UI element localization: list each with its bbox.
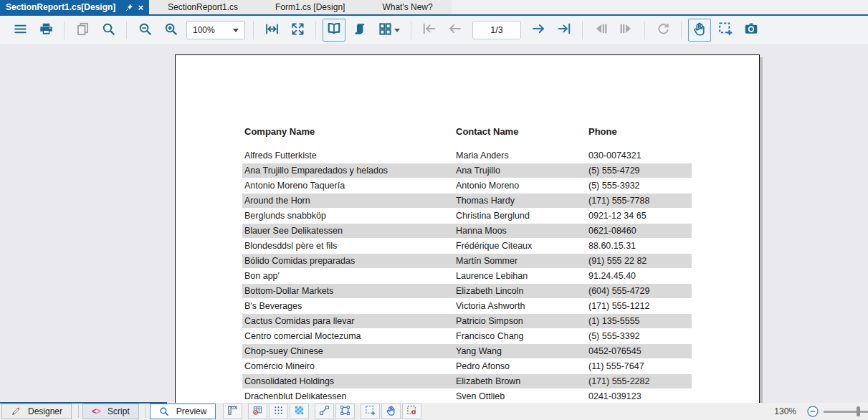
first-page-button[interactable] [418,19,441,42]
toolbar-separator [644,22,645,39]
next-page-icon [531,22,545,39]
next-page-button[interactable] [527,19,550,42]
last-page-icon [557,22,571,39]
pan-button[interactable] [688,19,711,42]
table-cell: (1) 135-5555 [588,314,640,329]
table-cell: Comércio Mineiro [244,359,315,374]
table-cell: Christina Berglund [456,209,530,224]
tab-sectionreport1-cs[interactable]: SectionReport1.cs [149,0,257,14]
ruler-toggle-button[interactable] [223,404,242,419]
zoom-select[interactable]: 100% [186,21,245,39]
tab-label: SectionReport1.cs [168,2,238,12]
menu-button[interactable] [9,19,32,42]
grid-button[interactable] [290,404,309,419]
tab-whats-new[interactable]: What's New? [363,0,451,14]
prev-page-button[interactable] [444,19,467,42]
tab-designer[interactable]: Designer [1,404,72,419]
zoom-out-button[interactable] [133,19,156,42]
table-cell: Alfreds Futterkiste [244,148,317,163]
table-row: Blauer See DelikatessenHanna Moos0621-08… [176,224,759,239]
history-forward-icon [619,22,634,39]
table-cell: Elizabeth Lincoln [456,284,524,299]
report-rows: Alfreds FutterkisteMaria Anders030-00743… [176,148,759,403]
table-row: Bólido Comidas preparadasMartín Sommer(9… [176,254,759,269]
pan-small-icon [386,405,396,419]
designer-icon [11,406,21,416]
zoom-out-circle-icon[interactable] [806,405,819,418]
report-page: Company Name Contact Name Phone Alfreds … [175,54,760,403]
fit-width-button[interactable] [260,19,283,42]
table-cell: (5) 555-3392 [588,329,640,344]
table-cell: B's Beverages [244,299,302,314]
fit-page-icon [291,22,305,39]
selection-settings-icon [406,405,417,419]
last-page-button[interactable] [553,19,576,42]
snapshot-icon [744,22,758,39]
toolbar-separator [315,22,316,39]
snapshot-button[interactable] [740,19,763,42]
tab-preview[interactable]: Preview [150,404,216,419]
hide-table-button[interactable] [248,404,267,419]
zoom-slider-track[interactable] [824,411,868,413]
selection-button[interactable] [361,404,380,419]
multi-page-view-icon [378,22,392,39]
zoom-slider[interactable] [824,403,868,420]
column-header-contact: Contact Name [456,124,518,139]
snap-line-icon [319,405,330,419]
dot-grid-icon [273,405,284,419]
table-cell: Thomas Hardy [456,194,515,209]
table-row: Ana Trujillo Emparedados y heladosAna Tr… [176,163,759,178]
history-back-button[interactable] [589,19,612,42]
table-cell: 88.60.15.31 [588,239,636,254]
close-icon[interactable]: × [138,2,143,13]
column-header-phone: Phone [588,124,617,139]
print-button[interactable] [34,19,57,42]
report-header-row: Company Name Contact Name Phone [176,124,759,140]
copy-icon [76,22,90,39]
bounds-button[interactable] [335,404,355,419]
zoom-in-button[interactable] [159,19,182,42]
dot-grid-button[interactable] [269,404,288,419]
table-cell: 0241-039123 [588,389,642,403]
toolbar-separator [64,22,65,39]
tab-form1-design[interactable]: Form1.cs [Design] [257,0,363,14]
ruler-icon [227,405,238,419]
table-cell: Blauer See Delikatessen [244,224,343,239]
tab-sectionreport1-design[interactable]: SectionReport1.cs[Design] × [0,0,149,14]
table-cell: 0621-08460 [588,224,636,239]
multi-page-view-button[interactable] [374,19,404,42]
report-preview-area[interactable]: Company Name Contact Name Phone Alfreds … [0,45,868,403]
table-cell: Patricio Simpson [456,314,523,329]
table-cell: (5) 555-3932 [588,178,640,194]
selection-settings-button[interactable] [402,404,421,419]
pin-icon[interactable] [125,4,133,11]
table-cell: 0452-076545 [588,344,642,359]
refresh-button[interactable] [652,19,674,42]
table-cell: 0921-12 34 65 [588,209,647,224]
history-forward-button[interactable] [615,19,638,42]
dropdown-caret-icon [394,29,400,32]
zoom-slider-handle[interactable] [857,406,860,416]
continuous-view-button[interactable] [348,19,371,42]
table-cell: Blondesddsl père et fils [244,239,337,254]
table-cell: Drachenblut Delikatessen [244,389,346,403]
page-indicator-input[interactable] [472,21,521,39]
table-row: Blondesddsl père et filsFrédérique Citea… [176,239,759,254]
table-cell: (171) 555-7788 [588,194,649,209]
table-cell: (604) 555-4729 [588,284,649,299]
marquee-zoom-button[interactable] [714,19,737,42]
copy-button[interactable] [71,19,94,42]
grid-icon [294,405,305,419]
find-button[interactable] [97,19,120,42]
fit-page-button[interactable] [286,19,309,42]
snap-lines-button[interactable] [315,404,334,419]
single-page-view-button[interactable] [323,19,345,42]
pan-mode-button[interactable] [381,404,401,419]
tab-label: What's New? [382,2,432,12]
tab-script[interactable]: <> Script [82,404,139,419]
table-cell: (11) 555-7647 [588,359,644,374]
fit-width-icon [265,22,279,39]
history-back-icon [593,22,608,39]
table-cell: Chop-suey Chinese [244,344,323,359]
statusbar-separator [78,405,79,418]
